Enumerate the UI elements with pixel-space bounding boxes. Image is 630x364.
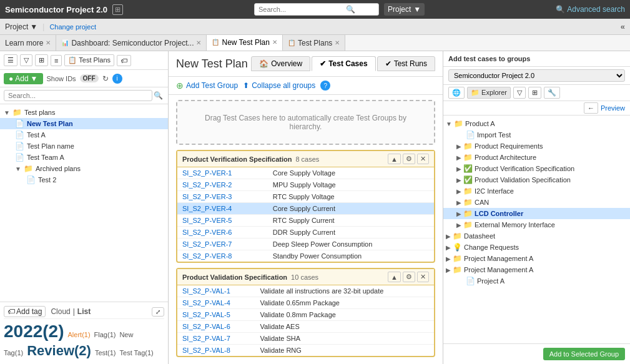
tab-overview[interactable]: 🏠 Overview — [251, 56, 310, 71]
test-id[interactable]: SI_S2_P-VAL-4 — [177, 297, 255, 309]
tree-item-archived[interactable]: ▼ 📁 Archived plans — [0, 163, 168, 174]
back-button[interactable]: ← — [584, 102, 598, 114]
help-icon[interactable]: ? — [320, 81, 330, 91]
tab-new-test-plan[interactable]: 📋 New Test Plan ✕ — [207, 35, 282, 51]
tag-2022[interactable]: 2022(2) — [4, 322, 64, 342]
show-ids-toggle[interactable]: OFF — [80, 74, 99, 82]
table-row[interactable]: SI_S2_P-VER-8Standby Power Consumption — [177, 250, 434, 262]
right-tree-item[interactable]: ▶📁I2C Interface — [443, 185, 630, 197]
tree-item-team-a[interactable]: 📄 Test Team A — [0, 152, 168, 163]
right-tree-item[interactable]: ▶📁LCD Controller — [443, 208, 630, 219]
right-tree-item[interactable]: ▼📁Product A — [443, 118, 630, 129]
right-tree-item[interactable]: ▶💡Change Requests — [443, 242, 630, 253]
table-row[interactable]: SI_S2_P-VER-7Deep Sleep Power Consumptio… — [177, 239, 434, 250]
test-id[interactable]: SI_S2_P-VAL-5 — [177, 309, 255, 321]
right-tree-item[interactable]: ▶📁Product Architecture — [443, 152, 630, 163]
right-tree-item[interactable]: ▶📁Project Management A — [443, 253, 630, 264]
tag-testtag1[interactable]: Test Tag(1) — [120, 349, 154, 357]
test-id[interactable]: SI_S2_P-VER-1 — [177, 167, 268, 179]
tag-tag1[interactable]: Tag(1) — [4, 349, 23, 357]
right-tree-item[interactable]: ▶✅Product Validation Specification — [443, 174, 630, 185]
filter-button[interactable]: ▽ — [513, 87, 526, 99]
test-id[interactable]: SI_S2_P-VER-6 — [177, 227, 268, 239]
table-row[interactable]: SI_S2_P-VAL-1Validate all instructions a… — [177, 285, 434, 297]
right-tree-item[interactable]: ▶📁External Memory Interface — [443, 219, 630, 230]
test-id[interactable]: SI_S2_P-VER-3 — [177, 191, 268, 203]
tag-test1[interactable]: Test(1) — [95, 349, 116, 357]
list-view-button[interactable]: List — [77, 307, 91, 316]
group-edit-btn[interactable]: ⚙ — [403, 272, 415, 282]
search-input[interactable] — [258, 6, 346, 13]
test-id[interactable]: SI_S2_P-VAL-8 — [177, 345, 255, 357]
right-tree-item[interactable]: ▶📁Project Management A — [443, 264, 630, 275]
advanced-search-link[interactable]: 🔍 Advanced search — [556, 5, 625, 14]
tab-close-icon[interactable]: ✕ — [46, 39, 51, 46]
grid-button[interactable]: ⊞ — [528, 87, 541, 99]
tag-alert[interactable]: Alert(1) — [68, 331, 91, 338]
tree-item-plan-name[interactable]: 📄 Test Plan name — [0, 140, 168, 152]
grid-view-button[interactable]: ⊞ — [35, 54, 48, 66]
filter2-button[interactable]: ▽ — [20, 54, 32, 66]
right-tree-item[interactable]: ▶📁CAN — [443, 197, 630, 208]
group-collapse-btn[interactable]: ▲ — [388, 272, 401, 282]
explorer-button[interactable]: 📁 Explorer — [467, 87, 511, 99]
add-to-group-button[interactable]: Add to Selected Group — [543, 348, 625, 360]
group-collapse-btn[interactable]: ▲ — [388, 154, 401, 164]
table-row[interactable]: SI_S2_P-VER-3RTC Supply Voltage — [177, 191, 434, 203]
test-id[interactable]: SI_S2_P-VER-8 — [177, 250, 268, 262]
right-tree-item[interactable]: 📄Project A — [443, 275, 630, 287]
right-tree-item[interactable]: ▶✅Product Verification Specification — [443, 163, 630, 174]
group-edit-btn[interactable]: ⚙ — [403, 154, 415, 164]
table-row[interactable]: SI_S2_P-VAL-7Validate SHA — [177, 333, 434, 345]
table-row[interactable]: SI_S2_P-VER-4Core Supply Current — [177, 203, 434, 215]
tab-test-plans[interactable]: 📋 Test Plans ✕ — [283, 35, 345, 51]
globe-button[interactable]: 🌐 — [448, 87, 465, 99]
test-id[interactable]: SI_S2_P-VER-5 — [177, 215, 268, 227]
table-row[interactable]: SI_S2_P-VAL-4Validate 0.65mm Package — [177, 297, 434, 309]
group-close-btn[interactable]: ✕ — [417, 272, 429, 282]
test-plans-button[interactable]: 📋 AddTest Plans — [64, 54, 114, 66]
table-row[interactable]: SI_S2_P-VER-5RTC Supply Current — [177, 215, 434, 227]
right-tree-item[interactable]: 📄Import Test — [443, 129, 630, 140]
table-row[interactable]: SI_S2_P-VAL-6Validate AES — [177, 321, 434, 333]
preview-button[interactable]: Preview — [601, 104, 625, 112]
table-row[interactable]: SI_S2_P-VER-1Core Supply Voltage — [177, 167, 434, 179]
tree-item-root[interactable]: ▼ 📁 Test plans — [0, 107, 168, 118]
test-id[interactable]: SI_S2_P-VER-2 — [177, 179, 268, 191]
tab-dashboard[interactable]: 📊 Dashboard: Semiconductor Project... ✕ — [56, 35, 207, 51]
add-button[interactable]: ● Add ▼ — [4, 73, 43, 84]
tab-test-cases[interactable]: ✔ Test Cases — [312, 56, 375, 71]
test-id[interactable]: SI_S2_P-VAL-7 — [177, 333, 255, 345]
tree-item-test2[interactable]: 📄 Test 2 — [0, 174, 168, 185]
table-row[interactable]: SI_S2_P-VER-2MPU Supply Voltage — [177, 179, 434, 191]
add-tag-button[interactable]: 🏷 Add tag — [4, 306, 46, 317]
sidebar-search-input[interactable] — [4, 90, 152, 101]
expand-button[interactable]: ⤢ — [152, 307, 164, 317]
add-test-group-button[interactable]: ⊕ Add Test Group — [176, 81, 238, 91]
tab-learn-more[interactable]: Learn more ✕ — [0, 35, 56, 51]
tab-test-runs[interactable]: ✔ Test Runs — [377, 56, 435, 71]
settings-button[interactable]: 🔧 — [544, 87, 560, 99]
test-id[interactable]: SI_S2_P-VER-7 — [177, 239, 268, 250]
tab-close-icon[interactable]: ✕ — [272, 39, 277, 46]
table-row[interactable]: SI_S2_P-VER-6DDR Supply Current — [177, 227, 434, 239]
change-project-link[interactable]: Change project — [49, 23, 96, 31]
cloud-view-button[interactable]: Cloud — [51, 307, 70, 316]
tag-new[interactable]: New — [119, 331, 133, 338]
sidebar-search-button[interactable]: 🔍 — [152, 90, 164, 101]
tab-close-icon[interactable]: ✕ — [196, 39, 201, 46]
tag-button[interactable]: 🏷 — [117, 55, 131, 66]
test-id[interactable]: SI_S2_P-VAL-6 — [177, 321, 255, 333]
tag-review[interactable]: Review(2) — [27, 343, 91, 359]
table-row[interactable]: SI_S2_P-VAL-8Validate RNG — [177, 345, 434, 357]
table-row[interactable]: SI_S2_P-VAL-5Validate 0.8mm Package — [177, 309, 434, 321]
test-id[interactable]: SI_S2_P-VAL-1 — [177, 285, 255, 297]
group-close-btn[interactable]: ✕ — [417, 154, 429, 164]
right-tree-item[interactable]: ▶📁Datasheet — [443, 230, 630, 242]
project-select[interactable]: Semiconductor Project 2.0 — [448, 69, 625, 82]
tree-item-new-plan[interactable]: 📄 New Test Plan — [0, 118, 168, 129]
refresh-button[interactable]: ↻ — [102, 74, 109, 83]
collapse-all-button[interactable]: ⬆ Collapse all groups — [243, 81, 315, 90]
test-id[interactable]: SI_S2_P-VER-4 — [177, 203, 268, 215]
info-button[interactable]: i — [112, 74, 122, 84]
